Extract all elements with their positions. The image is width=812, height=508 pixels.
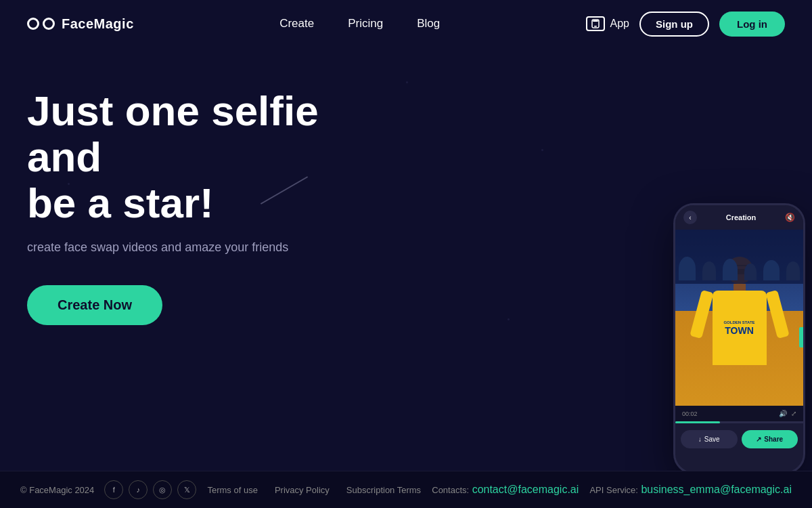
logo-circles	[27, 18, 55, 30]
signup-button[interactable]: Sign up	[639, 12, 709, 37]
contact-email[interactable]: contact@facemagic.ai	[472, 484, 579, 495]
facebook-icon[interactable]: f	[104, 480, 123, 499]
api-label: API Service:	[589, 485, 638, 495]
instagram-icon[interactable]: ◎	[153, 480, 172, 499]
terms-of-use-link[interactable]: Terms of use	[207, 485, 257, 495]
volume-icon[interactable]: 🔊	[779, 410, 787, 417]
logo-circle-left	[27, 18, 39, 30]
phone-timestamp: 00:02	[682, 410, 698, 417]
main-nav: Create Pricing Blog	[279, 17, 440, 30]
fullscreen-icon[interactable]: ⤢	[791, 410, 796, 417]
app-label: App	[610, 18, 629, 30]
phone-share-button[interactable]: ↗ Share	[742, 430, 798, 448]
contact-label: Contacts:	[432, 485, 469, 495]
nav-create[interactable]: Create	[279, 17, 314, 30]
nav-blog[interactable]: Blog	[417, 17, 440, 30]
phone-mute-icon[interactable]: 🔇	[785, 213, 795, 222]
login-button[interactable]: Log in	[719, 12, 785, 37]
footer-left: © FaceMagic 2024 f ♪ ◎ 𝕏	[20, 480, 196, 499]
privacy-policy-link[interactable]: Privacy Policy	[275, 485, 330, 495]
social-icons: f ♪ ◎ 𝕏	[104, 480, 196, 499]
hero-title: Just one selfie and be a star!	[27, 88, 365, 227]
twitter-icon[interactable]: 𝕏	[177, 480, 196, 499]
phone-icon	[586, 16, 605, 31]
logo-text: FaceMagic	[62, 16, 134, 32]
footer: © FaceMagic 2024 f ♪ ◎ 𝕏 Terms of use Pr…	[0, 471, 812, 508]
app-button[interactable]: App	[586, 16, 629, 31]
logo-circle-right	[43, 18, 55, 30]
footer-api: API Service: business_emma@facemagic.ai	[589, 484, 792, 496]
footer-copyright: © FaceMagic 2024	[20, 485, 94, 495]
phone-action-buttons: ↓ Save ↗ Share	[675, 423, 803, 455]
phone-save-button[interactable]: ↓ Save	[681, 430, 738, 448]
svg-rect-1	[594, 26, 597, 27]
tiktok-icon[interactable]: ♪	[129, 480, 148, 499]
video-progress-bar[interactable]	[675, 421, 803, 423]
phone-video-controls: 00:02 🔊 ⤢	[675, 406, 803, 421]
create-now-button[interactable]: Create Now	[27, 285, 162, 325]
download-icon: ↓	[698, 436, 702, 443]
nav-pricing[interactable]: Pricing	[348, 17, 383, 30]
progress-fill	[675, 421, 720, 423]
share-icon: ↗	[756, 436, 761, 443]
phone-video-area: GOLDEN STATE TOWN	[675, 230, 803, 406]
phone-header: ‹ Creation 🔇	[675, 205, 803, 230]
header-actions: App Sign up Log in	[586, 12, 785, 37]
player-jersey: GOLDEN STATE TOWN	[713, 291, 767, 365]
footer-links: Terms of use Privacy Policy Subscription…	[207, 485, 421, 495]
subscription-terms-link[interactable]: Subscription Terms	[346, 485, 421, 495]
phone-icons: 🔊 ⤢	[779, 410, 796, 417]
header: FaceMagic Create Pricing Blog App Sign u…	[0, 0, 812, 47]
phone-mockup: ‹ Creation 🔇	[673, 203, 805, 474]
phone-back-button[interactable]: ‹	[683, 211, 697, 224]
phone-indicator	[799, 327, 805, 347]
hero-section: Just one selfie and be a star! create fa…	[0, 47, 812, 440]
api-email[interactable]: business_emma@facemagic.ai	[641, 484, 792, 495]
logo[interactable]: FaceMagic	[27, 16, 134, 32]
footer-contact: Contacts: contact@facemagic.ai	[432, 484, 579, 496]
phone-title: Creation	[726, 213, 757, 221]
